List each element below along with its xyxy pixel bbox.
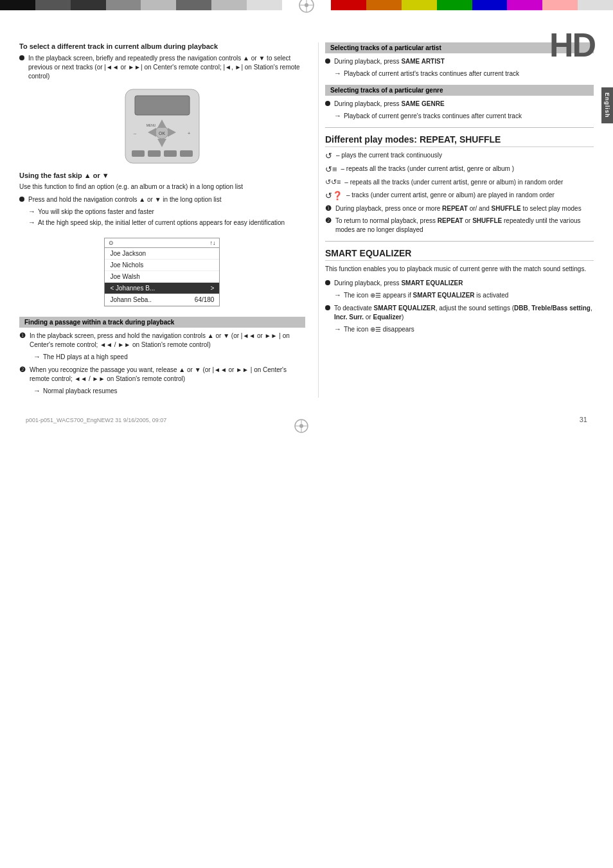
divider: [325, 127, 594, 128]
sym2-block: ↺≡ – repeats all the tracks (under curre…: [325, 164, 594, 174]
repeat-all-random-icon: ↺↺≡: [325, 178, 341, 186]
bar-seg: [0, 0, 35, 10]
sym3-block: ↺↺≡ – repeats all the tracks (under curr…: [325, 178, 594, 187]
svg-text:+: +: [188, 130, 191, 136]
section2-num1-text: In the playback screen, press and hold t…: [30, 332, 305, 350]
arrow-icon: →: [334, 325, 341, 333]
artist-arrow1-text: Playback of current artist's tracks cont…: [344, 69, 519, 78]
arrow-icon: →: [334, 69, 341, 77]
hd-title: HD: [549, 28, 595, 62]
arrow-icon: →: [334, 291, 341, 299]
right-column: Selecting tracks of a particular artist …: [318, 42, 594, 398]
smart-eq-arrow1: → The icon ⊕☰ appears if SMART EQUALIZER…: [334, 291, 594, 300]
genre-arrow1: → Playback of current genre's tracks con…: [334, 112, 594, 121]
smart-eq-arrow1-text: The icon ⊕☰ appears if SMART EQUALIZER i…: [344, 291, 509, 300]
bar-seg: [176, 0, 211, 10]
shuffle-icon: ↺❓: [325, 191, 342, 200]
fast-skip-desc: Use this function to find an option (e.g…: [19, 182, 305, 191]
fast-skip-bullet1-text: Press and hold the navigation controls ▲…: [28, 195, 222, 204]
sym4-block: ↺❓ – tracks (under current artist, genre…: [325, 191, 594, 200]
bar-seg: [35, 0, 71, 10]
list-item: Joe Walsh: [105, 271, 219, 283]
list-display: ⊙ ↑↓ Joe Jackson Joe Nichols Joe Walsh <…: [104, 238, 220, 306]
bar-seg: [507, 0, 542, 10]
arrow-icon: →: [28, 218, 35, 226]
repeat-num2: ❷ To return to normal playback, press RE…: [325, 217, 594, 235]
sym3-text: – repeats all the tracks (under current …: [344, 178, 563, 187]
bar-seg: [366, 0, 402, 10]
genre-bullet1: During playback, press SAME GENRE: [325, 100, 594, 109]
footer-area: p001-p051_WACS700_EngNEW2 31 9/16/2005, …: [0, 411, 613, 436]
artist-bullet1-text: During playback, press SAME ARTIST: [334, 57, 445, 66]
bullet-circle-icon: [325, 305, 330, 310]
list-item: Joe Nichols: [105, 260, 219, 271]
num-2: ❷: [19, 366, 26, 374]
list-item: Johann Seba.. 64/180: [105, 294, 219, 306]
language-tab: English: [601, 87, 613, 123]
list-header: ⊙ ↑↓: [105, 238, 219, 248]
artist-arrow1: → Playback of current artist's tracks co…: [334, 69, 594, 78]
fast-skip-arrow1: → You will skip the options faster and f…: [28, 208, 305, 217]
bar-seg: [211, 0, 247, 10]
compass-bottom-left-icon: [294, 419, 308, 433]
section1-bullet1: In the playback screen, briefly and repe…: [19, 54, 305, 81]
smart-eq-arrow2: → The icon ⊕☰ disappears: [334, 325, 594, 334]
repeat-num2-text: To return to normal playback, press REPE…: [335, 217, 594, 235]
genre-bullet1-text: During playback, press SAME GENRE: [334, 100, 445, 109]
smart-eq-bullet1-text: During playback, press SMART EQUALIZER: [334, 279, 463, 288]
remote-image: OK MENU – +: [19, 86, 305, 166]
top-color-bars: [0, 0, 613, 10]
list-item-right-arrow: >: [211, 285, 215, 292]
bar-seg: [542, 0, 578, 10]
section2-num2: ❷ When you recognize the passage you wan…: [19, 366, 305, 384]
smart-eq-bullet2: To deactivate SMART EQUALIZER, adjust th…: [325, 304, 594, 322]
svg-rect-14: [164, 150, 177, 157]
repeat-shuffle-heading: Different play modes: REPEAT, SHUFFLE: [325, 134, 594, 147]
num-1: ❶: [19, 332, 26, 340]
section2-num2-text: When you recognize the passage you want,…: [30, 366, 305, 384]
compass-center-icon: [299, 0, 314, 13]
bar-seg: [71, 0, 106, 10]
sym2-text: – repeats all the tracks (under current …: [341, 164, 514, 173]
arrow-icon: →: [33, 353, 40, 360]
svg-rect-12: [132, 150, 145, 157]
page-number: 31: [580, 416, 587, 423]
sym1-block: ↺ – plays the current track continuously: [325, 151, 594, 161]
bar-seg: [402, 0, 437, 10]
section2-arrow2-text: Normal playback resumes: [43, 387, 118, 396]
smart-eq-desc: This function enables you to playback mu…: [325, 265, 594, 274]
section2-arrow2: → Normal playback resumes: [33, 387, 305, 396]
section2-arrow1: → The HD plays at a high speed: [33, 353, 305, 362]
left-column: To select a different track in current a…: [19, 42, 318, 398]
bar-seg: [472, 0, 508, 10]
fast-skip-bullet1: Press and hold the navigation controls ▲…: [19, 195, 305, 204]
section1-bullet1-text: In the playback screen, briefly and repe…: [28, 54, 305, 81]
svg-text:MENU: MENU: [147, 123, 156, 127]
list-icon: ⊙: [109, 240, 114, 246]
bar-seg: [437, 0, 472, 10]
svg-rect-15: [180, 150, 193, 157]
sym4-text: – tracks (under current artist, genre or…: [346, 191, 555, 200]
smart-eq-bullet1: During playback, press SMART EQUALIZER: [325, 279, 594, 288]
footer-text: p001-p051_WACS700_EngNEW2 31 9/16/2005, …: [26, 417, 166, 423]
svg-rect-5: [135, 96, 190, 115]
genre-heading-box: Selecting tracks of a particular genre: [325, 85, 594, 96]
bullet-circle-icon: [325, 280, 330, 285]
genre-arrow1-text: Playback of current genre's tracks conti…: [344, 112, 522, 121]
bar-seg: [141, 0, 176, 10]
divider: [325, 241, 594, 242]
bar-seg: [578, 0, 613, 10]
list-signal: ↑↓: [209, 240, 215, 246]
repeat-num1-text: During playback, press once or more REPE…: [335, 204, 582, 213]
list-item-left: < Johannes B...: [110, 285, 155, 292]
section2-arrow1-text: The HD plays at a high speed: [43, 353, 128, 362]
list-item-name: Johann Seba..: [110, 296, 152, 303]
smart-eq-bullet2-text: To deactivate SMART EQUALIZER, adjust th…: [334, 304, 594, 322]
fast-skip-arrow2: → At the high speed skip, the initial le…: [28, 218, 305, 227]
repeat-num1: ❶ During playback, press once or more RE…: [325, 204, 594, 213]
section1-title: To select a different track in current a…: [19, 42, 305, 50]
fast-skip-arrow2-text: At the high speed skip, the initial lett…: [38, 218, 285, 227]
svg-text:–: –: [134, 130, 137, 136]
arrow-icon: →: [28, 208, 35, 215]
num-2: ❷: [325, 217, 332, 225]
